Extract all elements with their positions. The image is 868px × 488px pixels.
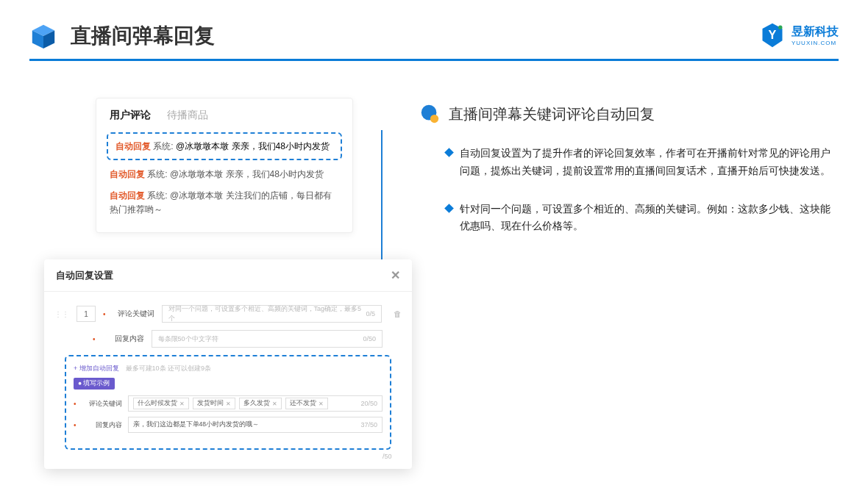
keyword-input[interactable]: 对同一个问题，可设置多个相近、高频的关键词，Tag确定，最多5个 0/5 [162,305,382,323]
tag-remove-icon[interactable]: ✕ [319,401,324,407]
system-label: 系统: [147,190,167,201]
example-badge: ● 填写示例 [74,378,115,390]
comment-line: 自动回复 系统: @冰墩墩本墩 亲亲，我们48小时内发货 [110,168,339,182]
brand-logo-icon: Y [759,22,786,49]
tag-remove-icon[interactable]: ✕ [179,401,185,407]
svg-text:Y: Y [769,28,777,41]
keyword-tag[interactable]: 发货时间✕ [193,398,235,409]
brand-name-en: YUUXIN.COM [791,40,839,46]
example-keyword-counter: 20/50 [360,400,377,407]
rule-index: 1 [77,306,96,322]
chat-bubble-icon [419,104,440,124]
tab-pending-goods[interactable]: 待播商品 [167,109,208,122]
autoreply-tag: 自动回复 [110,190,145,201]
example-keyword-input[interactable]: 什么时候发货✕发货时间✕多久发货✕还不发货✕ 20/50 [128,395,383,412]
example-highlight-box: + 增加自动回复 最多可建10条 还可以创建9条 ● 填写示例 • 评论关键词 … [65,355,391,450]
content-placeholder: 每条限50个中文字符 [158,334,218,344]
comments-panel: 用户评论 待播商品 自动回复 系统: @冰墩墩本墩 亲亲，我们48小时内发货 自… [96,98,353,233]
keyword-tag[interactable]: 多久发货✕ [239,398,282,409]
svg-point-6 [430,115,438,123]
keyword-tag[interactable]: 什么时候发货✕ [133,398,189,409]
example-content-counter: 37/50 [360,421,377,428]
highlighted-comment: 自动回复 系统: @冰墩墩本墩 亲亲，我们48小时内发货 [107,132,342,160]
add-hint: 最多可建10条 还可以创建9条 [126,365,212,372]
autoreply-settings-modal: 自动回复设置 ✕ ⋮⋮ 1 • 评论关键词 对同一个问题，可设置多个相近、高频的… [44,259,412,469]
keyword-tag[interactable]: 还不发货✕ [285,398,328,409]
drag-handle-icon[interactable]: ⋮⋮ [54,310,69,318]
tab-user-comments[interactable]: 用户评论 [110,109,151,122]
content-input[interactable]: 每条限50个中文字符 0/50 [152,330,383,348]
comment-text: @冰墩墩本墩 亲亲，我们48小时内发货 [176,141,330,151]
keyword-placeholder: 对同一个问题，可设置多个相近、高频的关键词，Tag确定，最多5个 [168,304,366,323]
example-content-input[interactable]: 亲，我们这边都是下单48小时内发货的哦～ 37/50 [128,417,383,433]
example-content-label: 回复内容 [84,420,122,430]
system-label: 系统: [153,141,173,151]
diamond-bullet-icon [444,148,454,157]
add-autoreply-link[interactable]: + 增加自动回复 [74,365,119,372]
example-keyword-label: 评论关键词 [84,399,122,409]
svg-point-4 [778,26,782,29]
example-content-value: 亲，我们这边都是下单48小时内发货的哦～ [133,420,259,429]
keyword-counter: 0/5 [366,310,375,317]
autoreply-tag: 自动回复 [115,141,151,151]
logo-cube-icon [29,22,57,50]
tag-remove-icon[interactable]: ✕ [226,401,231,407]
comment-text: @冰墩墩本墩 亲亲，我们48小时内发货 [170,169,324,179]
section-title: 直播间弹幕关键词评论自动回复 [449,104,655,124]
tag-remove-icon[interactable]: ✕ [272,401,277,407]
scroll-stub: /50 [383,453,402,460]
comment-line: 自动回复 系统: @冰墩墩本墩 关注我们的店铺，每日都有热门推荐哟～ [110,189,339,217]
autoreply-tag: 自动回复 [110,169,145,179]
delete-icon[interactable]: 🗑 [394,309,402,318]
bullet-text: 针对同一个问题，可设置多个相近的、高频的关键词。例如：这款多少钱、这块能优惠吗、… [460,201,839,236]
keyword-label: 评论关键词 [115,309,154,319]
brand-block: Y 昱新科技 YUUXIN.COM [759,22,839,49]
system-label: 系统: [147,169,167,179]
bullet-text: 自动回复设置为了提升作者的评论回复效率，作者可在开播前针对常见的评论用户问题，提… [460,145,839,180]
brand-name-cn: 昱新科技 [791,24,839,40]
modal-title: 自动回复设置 [56,269,113,282]
content-counter: 0/50 [363,335,376,342]
content-label: 回复内容 [104,334,144,344]
close-icon[interactable]: ✕ [391,268,400,282]
diamond-bullet-icon [444,204,454,213]
page-title: 直播间弹幕回复 [71,22,215,50]
